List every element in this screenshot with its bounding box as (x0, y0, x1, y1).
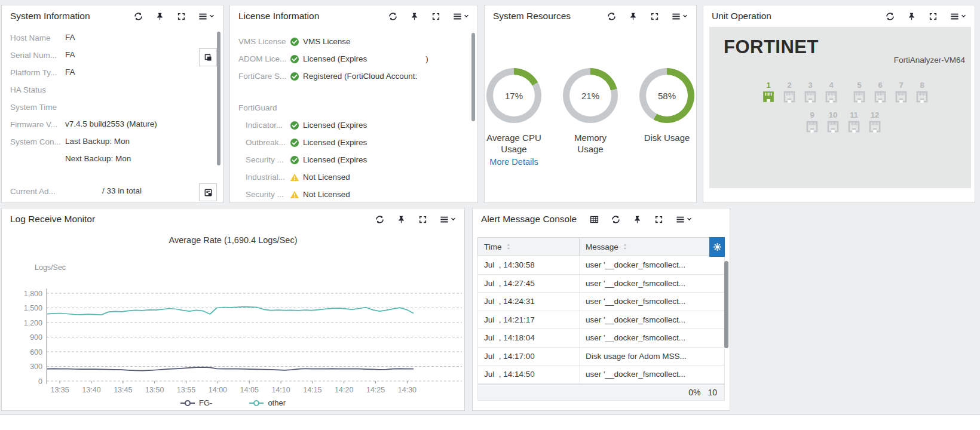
field-label: System Time (10, 102, 65, 112)
refresh-icon[interactable] (134, 12, 143, 21)
svg-text:14:30: 14:30 (398, 386, 416, 394)
scrollbar[interactable] (471, 33, 475, 121)
widget-header: License Information (230, 5, 477, 27)
ethernet-port-icon (806, 120, 819, 133)
license-status-suffix: ) (425, 54, 428, 63)
widget-menu-button[interactable] (672, 12, 688, 21)
gauge-label: Memory Usage (561, 133, 620, 155)
alert-message: user '__docker_fsmcollect... (580, 293, 724, 311)
alert-time: Jul , 14:24:31 (478, 293, 580, 311)
gauge-value: 21% (581, 91, 599, 101)
license-status-text: Registered (FortiCloud Account: (303, 72, 417, 81)
field-value: FA (65, 33, 75, 42)
refresh-icon[interactable] (388, 12, 397, 21)
admin-list-button[interactable] (199, 183, 217, 201)
ports-row-2: 9101112 (806, 110, 889, 133)
pin-icon[interactable] (410, 12, 419, 21)
widget-title: Unit Operation (712, 11, 771, 22)
legend-marker (249, 400, 264, 406)
donut-hole: 17% (493, 75, 535, 116)
legend-item-other[interactable]: other (249, 398, 286, 407)
widget-toolbar (607, 12, 688, 21)
widget-menu-button[interactable] (950, 12, 966, 21)
more-details-link[interactable]: More Details (489, 157, 538, 167)
field-label: Current Ad... (10, 186, 65, 196)
license-status-text: Not Licensed (303, 190, 350, 199)
column-label-time: Time (484, 242, 502, 251)
port-number: 2 (787, 81, 791, 90)
sort-column-message[interactable]: Message (580, 238, 724, 256)
alert-time: Jul , 14:14:50 (478, 366, 580, 383)
alert-row[interactable]: Jul , 14:30:58user '__docker_fsmcollect.… (477, 256, 725, 275)
ethernet-port-icon (783, 90, 796, 103)
expand-icon[interactable] (431, 12, 440, 21)
expand-icon[interactable] (929, 12, 938, 21)
menu-icon (453, 12, 462, 21)
log-receive-monitor-widget: Log Receive Monitor Average Rate (1,690.… (1, 208, 465, 411)
expand-icon[interactable] (654, 215, 663, 224)
table-settings-button[interactable] (709, 237, 725, 257)
expand-icon[interactable] (650, 12, 659, 21)
ethernet-port-icon (853, 90, 866, 103)
table-view-icon[interactable] (590, 215, 599, 224)
field-value: Last Backup: Mon (65, 137, 130, 146)
widget-menu-button[interactable] (440, 215, 456, 224)
alert-row[interactable]: Jul , 14:21:17user '__docker_fsmcollect.… (477, 311, 725, 330)
sort-column-time[interactable]: Time (478, 238, 580, 256)
expand-icon[interactable] (177, 12, 186, 21)
gear-icon (713, 242, 722, 251)
system-information-widget: System Information Host NameFASerial Num… (1, 5, 223, 203)
field-label: System Con... (10, 137, 65, 146)
legend-item-fg[interactable]: FG- (180, 398, 212, 407)
pin-icon[interactable] (907, 12, 916, 21)
refresh-icon[interactable] (611, 215, 620, 224)
chevron-down-icon (687, 217, 692, 222)
pin-icon[interactable] (155, 12, 164, 21)
alert-table: Time Message Jul , 14:30:58user '__docke… (477, 237, 725, 401)
field-value: / 33 in total (65, 186, 142, 195)
expand-icon[interactable] (418, 215, 427, 224)
svg-text:1,800: 1,800 (24, 290, 42, 298)
port-7: 7 (895, 81, 908, 103)
legend-label: FG- (199, 398, 212, 407)
pin-icon[interactable] (629, 12, 638, 21)
fortinet-logo: FORTINET (724, 36, 819, 58)
system-info-row: Next Backup: Mon (10, 154, 223, 171)
pin-icon[interactable] (633, 215, 642, 224)
sort-icon (506, 242, 512, 251)
donut-ring: 21% (563, 68, 618, 123)
scrollbar[interactable] (217, 32, 220, 165)
license-label: Security ... (246, 190, 290, 199)
menu-icon (676, 215, 685, 224)
alert-row[interactable]: Jul , 14:24:31user '__docker_fsmcollect.… (477, 293, 725, 311)
scrollbar[interactable] (724, 261, 728, 348)
ethernet-port-icon (826, 120, 840, 133)
svg-text:0: 0 (38, 377, 42, 386)
warning-triangle-icon (290, 190, 299, 199)
license-rows: VMS LicenseVMS LicenseADOM Lice...Licens… (230, 27, 477, 203)
system-info-row: Firmware V...v7.4.5 build2553 (Mature) (10, 119, 223, 137)
refresh-icon[interactable] (607, 12, 616, 21)
alert-row[interactable]: Jul , 14:27:45user '__docker_fsmcollect.… (477, 275, 725, 293)
chevron-down-icon (451, 217, 456, 222)
device-faceplate: FORTINET FortiAnalyzer-VM64 12345678 910… (709, 27, 971, 188)
widget-menu-button[interactable] (198, 12, 215, 21)
menu-icon (672, 12, 681, 21)
svg-text:14:10: 14:10 (271, 386, 290, 394)
license-status-text: VMS License (303, 37, 351, 46)
alert-row[interactable]: Jul , 14:18:04user '__docker_fsmcollect.… (477, 329, 725, 348)
alert-row[interactable]: Jul , 14:17:00Disk usage for Adom MSS... (477, 348, 725, 366)
alert-row[interactable]: Jul , 14:14:50user '__docker_fsmcollect.… (477, 366, 725, 384)
refresh-icon[interactable] (886, 12, 895, 21)
license-label: FortiGuard (238, 103, 290, 112)
widget-title: System Information (10, 11, 90, 22)
copy-serial-button[interactable] (199, 48, 217, 66)
widget-menu-button[interactable] (453, 12, 469, 21)
widget-menu-button[interactable] (676, 215, 692, 224)
legend-marker (180, 400, 195, 406)
license-row: FortiCare S...Registered (FortiCloud Acc… (238, 67, 477, 85)
pin-icon[interactable] (397, 215, 406, 224)
alert-message: Disk usage for Adom MSS... (580, 348, 724, 366)
dashboard: System Information Host NameFASerial Num… (0, 0, 980, 430)
refresh-icon[interactable] (375, 215, 384, 224)
